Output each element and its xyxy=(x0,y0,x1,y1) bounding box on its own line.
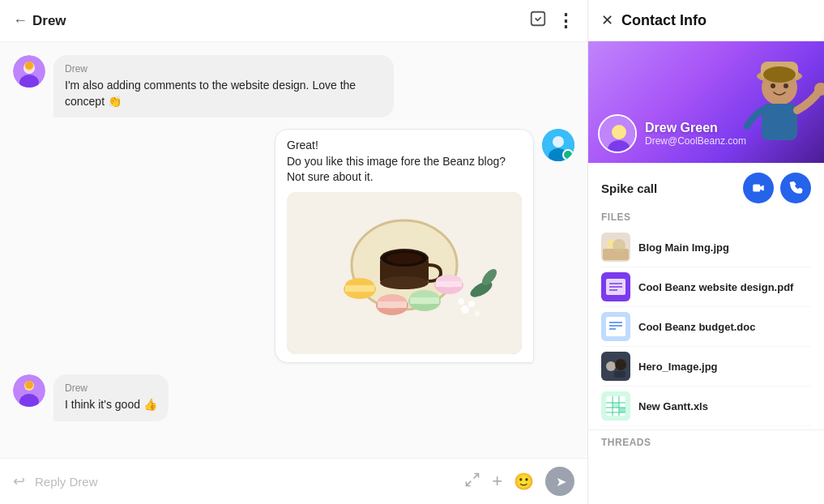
chat-panel: ← Drew ⋮ xyxy=(0,0,588,504)
svg-point-43 xyxy=(763,66,796,83)
svg-rect-24 xyxy=(436,281,462,287)
contact-header: ✕ Contact Info xyxy=(588,0,824,41)
contact-display-name: Drew Green xyxy=(645,121,746,135)
sent-user-avatar xyxy=(542,129,574,161)
file-name-1: Cool Beanz website design.pdf xyxy=(638,281,793,293)
contact-email: Drew@CoolBeanz.com xyxy=(645,135,746,147)
svg-line-38 xyxy=(474,473,479,478)
threads-section: THREADS xyxy=(588,429,824,451)
spike-call-section: Spike call xyxy=(588,163,824,208)
svg-rect-77 xyxy=(613,403,619,408)
bubble-received-1: Drew I'm also adding comments to the web… xyxy=(53,55,394,117)
svg-point-10 xyxy=(380,276,429,289)
bubble-text-3: I think it's good 👍 xyxy=(65,397,157,413)
file-item-1[interactable]: Cool Beanz website design.pdf xyxy=(601,267,811,307)
svg-point-32 xyxy=(553,136,564,147)
message-sent-2: Great!Do you like this image fore the Be… xyxy=(13,129,574,363)
food-image xyxy=(287,192,522,354)
send-button[interactable]: ➤ xyxy=(545,467,574,496)
files-label: FILES xyxy=(601,211,811,223)
file-thumb-4 xyxy=(601,391,630,421)
file-item-0[interactable]: Blog Main Img.jpg xyxy=(601,228,811,267)
svg-point-27 xyxy=(458,298,464,305)
contact-hero-banner: Drew Green Drew@CoolBeanz.com xyxy=(588,41,824,163)
file-name-2: Cool Beanz budget.doc xyxy=(638,321,755,333)
contact-name-block: Drew Green Drew@CoolBeanz.com xyxy=(645,121,746,147)
file-thumb-1 xyxy=(601,272,630,301)
chat-header: ← Drew ⋮ xyxy=(0,0,587,42)
svg-point-26 xyxy=(468,301,475,307)
bubble-text-2: Great!Do you like this image fore the Be… xyxy=(287,138,522,186)
svg-point-44 xyxy=(771,83,775,88)
message-received-3: Drew I think it's good 👍 xyxy=(13,374,574,421)
svg-rect-18 xyxy=(378,301,407,308)
back-button[interactable]: ← Drew xyxy=(13,12,66,29)
image-attachment xyxy=(287,192,522,354)
file-thumb-3 xyxy=(601,352,630,381)
more-options-icon[interactable]: ⋮ xyxy=(557,11,574,32)
svg-rect-76 xyxy=(619,408,625,412)
sender-name-1: Drew xyxy=(65,63,382,75)
svg-point-45 xyxy=(783,83,788,88)
svg-line-39 xyxy=(467,481,472,485)
input-actions: + 🙂 ➤ xyxy=(464,467,574,496)
contact-info-title: Contact Info xyxy=(621,12,707,29)
sender-name-3: Drew xyxy=(65,382,157,394)
avatar-drew-3 xyxy=(13,374,45,407)
expand-icon[interactable] xyxy=(464,472,480,492)
svg-point-25 xyxy=(461,305,469,314)
contact-panel: ✕ Contact Info xyxy=(588,0,824,504)
chat-contact-name: Drew xyxy=(32,13,66,29)
close-icon[interactable]: ✕ xyxy=(601,11,613,29)
svg-rect-46 xyxy=(762,104,797,140)
file-name-4: New Gantt.xls xyxy=(638,400,708,412)
send-icon: ➤ xyxy=(556,474,566,489)
check-square-icon[interactable] xyxy=(529,10,547,32)
file-name-3: Hero_Image.jpg xyxy=(638,361,718,373)
file-item-3[interactable]: Hero_Image.jpg xyxy=(601,347,811,387)
phone-call-button[interactable] xyxy=(780,173,811,203)
svg-point-36 xyxy=(25,381,33,389)
threads-label: THREADS xyxy=(601,437,811,448)
file-name-0: Blog Main Img.jpg xyxy=(638,241,729,254)
add-attachment-icon[interactable]: + xyxy=(492,471,502,492)
bubble-text-1: I'm also adding comments to the website … xyxy=(65,78,382,109)
svg-rect-61 xyxy=(606,317,625,336)
svg-rect-21 xyxy=(410,297,439,304)
bubble-sent-2: Great!Do you like this image fore the Be… xyxy=(275,129,534,363)
avatar-drew-1 xyxy=(13,55,45,88)
chat-messages: Drew I'm also adding comments to the web… xyxy=(0,42,587,458)
online-indicator xyxy=(562,149,574,160)
reply-icon: ↩ xyxy=(13,472,25,490)
file-thumb-0 xyxy=(601,233,630,262)
svg-point-54 xyxy=(613,239,625,252)
contact-avatar-overlay: Drew Green Drew@CoolBeanz.com xyxy=(598,114,746,153)
reply-input[interactable]: Reply Drew xyxy=(35,475,455,489)
header-actions: ⋮ xyxy=(529,10,574,32)
svg-rect-15 xyxy=(345,285,374,292)
contact-avatar xyxy=(598,114,637,153)
svg-point-5 xyxy=(25,62,33,70)
svg-point-28 xyxy=(475,311,480,316)
files-section: FILES Blog Main Img.jpg xyxy=(588,208,824,429)
svg-point-66 xyxy=(606,361,616,371)
message-received-1: Drew I'm also adding comments to the web… xyxy=(13,55,574,117)
sent-row-2: Great!Do you like this image fore the Be… xyxy=(275,129,574,363)
svg-point-49 xyxy=(612,125,626,139)
file-thumb-2 xyxy=(601,312,630,341)
emoji-icon[interactable]: 🙂 xyxy=(514,472,534,491)
back-arrow-icon: ← xyxy=(13,12,28,29)
svg-point-67 xyxy=(615,359,626,370)
bubble-received-3: Drew I think it's good 👍 xyxy=(53,374,169,421)
spike-call-label: Spike call xyxy=(601,182,657,195)
chat-input-bar: ↩ Reply Drew + 🙂 ➤ xyxy=(0,458,587,504)
spike-call-actions xyxy=(743,173,811,203)
svg-point-12 xyxy=(386,253,422,264)
svg-rect-68 xyxy=(614,371,625,378)
reply-indicator: ↩ xyxy=(13,472,25,490)
file-item-4[interactable]: New Gantt.xls xyxy=(601,387,811,426)
file-item-2[interactable]: Cool Beanz budget.doc xyxy=(601,307,811,347)
video-call-button[interactable] xyxy=(743,173,774,203)
svg-rect-0 xyxy=(532,12,545,26)
